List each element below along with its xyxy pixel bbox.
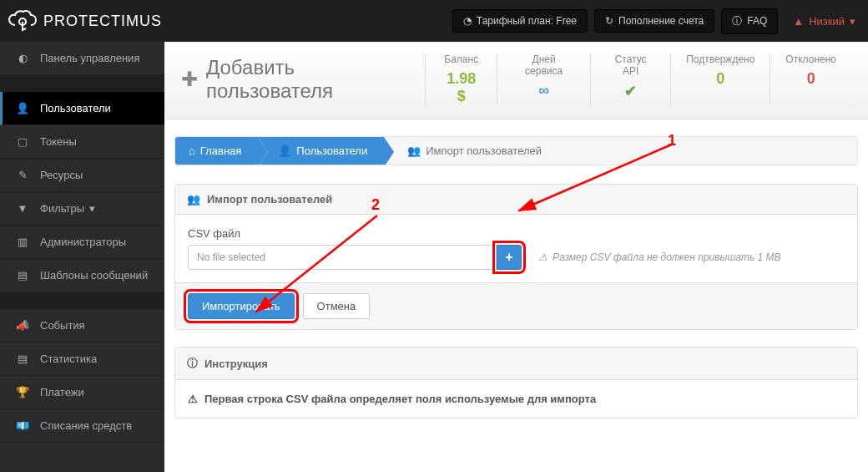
- sidebar-item-debits[interactable]: 💶Списания средств: [0, 409, 164, 443]
- plus-square-icon: ✚: [181, 68, 198, 91]
- warning-icon: ⚠: [188, 393, 198, 405]
- page-header: ✚Добавить пользователя Баланс1.98 $ Дней…: [164, 42, 868, 119]
- sidebar-item-label: Шаблоны сообщений: [40, 269, 148, 282]
- file-add-button[interactable]: +: [497, 245, 522, 270]
- csv-field-label: CSV файл: [188, 227, 845, 240]
- main: ✚Добавить пользователя Баланс1.98 $ Дней…: [164, 42, 868, 472]
- user-icon: 👤: [13, 102, 32, 114]
- plan-button[interactable]: ◔Тарифный план: Free: [452, 9, 588, 33]
- refresh-icon: ↻: [605, 15, 613, 27]
- stats-icon: ▤: [13, 353, 32, 365]
- sidebar-item-label: Пользователи: [40, 102, 111, 114]
- caret-down-icon: ▾: [89, 202, 95, 215]
- breadcrumb-current: 👥Импорт пользователей: [384, 137, 558, 165]
- users-icon: 👥: [407, 145, 421, 157]
- chart-icon: ▥: [13, 236, 32, 248]
- import-button[interactable]: Импортировать: [188, 293, 295, 319]
- sidebar-item-templates[interactable]: ▤Шаблоны сообщений: [0, 259, 164, 292]
- topup-button[interactable]: ↻Пополнение счета: [594, 9, 714, 33]
- sidebar-item-resources[interactable]: ✎Ресурсы: [0, 159, 164, 192]
- cancel-button[interactable]: Отмена: [303, 293, 371, 319]
- sidebar-item-label: Платежи: [40, 386, 84, 398]
- money-icon: 💶: [13, 419, 32, 432]
- users-icon: 👥: [187, 193, 200, 206]
- stat-declined: Отклонено0: [770, 53, 851, 105]
- stat-balance: Баланс1.98 $: [425, 53, 497, 105]
- stats-row: Баланс1.98 $ Дней сервиса∞ Статус API✔ П…: [425, 53, 851, 105]
- faq-label: FAQ: [747, 15, 767, 27]
- edit-icon: ✎: [13, 169, 32, 181]
- breadcrumb-home[interactable]: ⌂Главная: [175, 137, 258, 165]
- instruction-panel-head: ⓘИнструкция: [175, 348, 857, 380]
- stat-api: Статус API✔: [590, 53, 670, 105]
- faq-button[interactable]: ⓘFAQ: [721, 8, 778, 34]
- caret-down-icon: ▾: [850, 15, 855, 28]
- brand-text: PROTECTIMUS: [43, 13, 162, 30]
- megaphone-icon: 📣: [13, 319, 32, 332]
- logo-icon: [8, 10, 37, 32]
- sidebar-item-stats[interactable]: ▤Статистика: [0, 343, 164, 376]
- breadcrumb: ⌂Главная 👤Пользователи 👥Импорт пользоват…: [174, 136, 858, 165]
- sidebar-item-dashboard[interactable]: ◐Панель управления: [0, 42, 164, 75]
- trophy-icon: 🏆: [13, 386, 32, 398]
- stat-confirmed: Подтверждено0: [670, 53, 770, 105]
- info-icon: ⓘ: [732, 14, 742, 28]
- instruction-line: Первая строка CSV файла определяет поля …: [204, 393, 596, 405]
- sidebar: ◐Панель управления 👤Пользователи ▢Токены…: [0, 42, 164, 472]
- sidebar-item-label: Панель управления: [40, 52, 139, 64]
- file-input[interactable]: No file selected: [188, 245, 497, 270]
- filter-icon: ▼: [13, 202, 32, 215]
- sidebar-item-label: Администраторы: [40, 236, 126, 248]
- import-panel-head: 👥Импорт пользователей: [175, 185, 857, 215]
- sidebar-item-label: Фильтры: [40, 202, 84, 215]
- document-icon: ▤: [13, 269, 32, 282]
- sidebar-item-admins[interactable]: ▥Администраторы: [0, 226, 164, 259]
- sidebar-item-filters[interactable]: ▼Фильтры▾: [0, 192, 164, 226]
- sidebar-item-payments[interactable]: 🏆Платежи: [0, 376, 164, 409]
- stat-days: Дней сервиса∞: [497, 53, 590, 105]
- sidebar-item-label: Списания средств: [40, 419, 132, 432]
- instruction-panel: ⓘИнструкция ⚠Первая строка CSV файла опр…: [174, 347, 858, 419]
- breadcrumb-users[interactable]: 👤Пользователи: [258, 137, 384, 165]
- sidebar-item-tokens[interactable]: ▢Токены: [0, 125, 164, 159]
- sidebar-item-users[interactable]: 👤Пользователи: [0, 92, 164, 125]
- info-icon: ⓘ: [187, 356, 198, 371]
- sidebar-item-label: Ресурсы: [40, 169, 83, 181]
- token-icon: ▢: [13, 135, 32, 148]
- import-panel: 👥Импорт пользователей CSV файл No file s…: [174, 184, 858, 330]
- gauge-icon: ◔: [463, 15, 472, 27]
- user-menu[interactable]: ▲Низкий▾: [793, 15, 855, 28]
- topup-label: Пополнение счета: [618, 15, 704, 27]
- user-label: Низкий: [809, 15, 845, 28]
- warning-icon: ⚠: [538, 251, 548, 263]
- sidebar-item-label: Токены: [40, 135, 77, 148]
- user-icon: ▲: [793, 15, 804, 28]
- brand-logo: PROTECTIMUS: [8, 10, 162, 32]
- sidebar-item-label: Статистика: [40, 353, 97, 365]
- topbar: PROTECTIMUS ◔Тарифный план: Free ↻Пополн…: [0, 0, 868, 42]
- home-icon: ⌂: [189, 145, 195, 157]
- dashboard-icon: ◐: [13, 52, 32, 64]
- sidebar-item-events[interactable]: 📣События: [0, 309, 164, 343]
- page-title: ✚Добавить пользователя: [181, 56, 425, 103]
- user-icon: 👤: [278, 145, 291, 157]
- file-size-note: ⚠Размер CSV файла не должен привышать 1 …: [538, 251, 781, 263]
- sidebar-item-label: События: [40, 319, 85, 332]
- plan-label: Тарифный план: Free: [477, 15, 577, 27]
